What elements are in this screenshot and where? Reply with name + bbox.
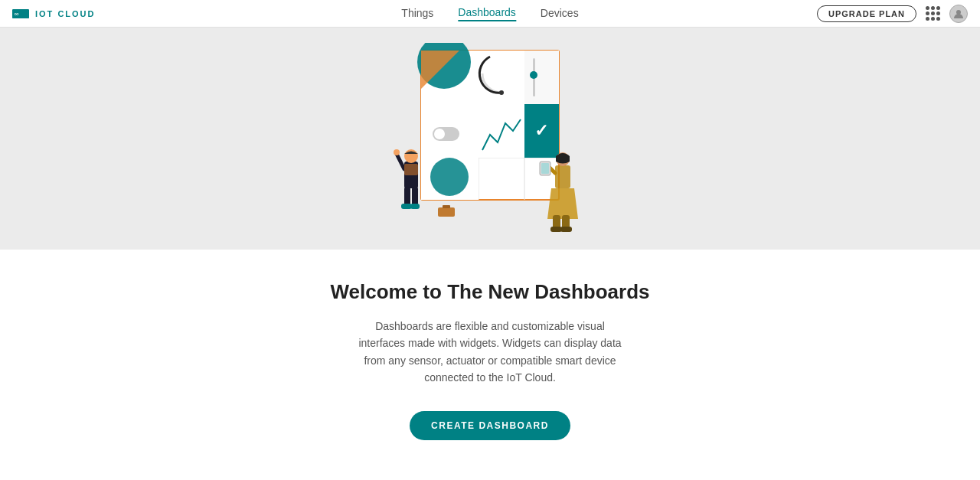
svg-point-23	[430, 158, 469, 196]
user-icon	[953, 8, 964, 19]
svg-rect-28	[404, 187, 410, 206]
svg-rect-43	[550, 227, 562, 232]
apps-grid-icon[interactable]	[926, 6, 940, 21]
svg-rect-31	[410, 204, 420, 209]
svg-rect-29	[412, 187, 418, 206]
svg-rect-13	[524, 51, 559, 104]
svg-rect-32	[404, 164, 418, 175]
main-nav: Things Dashboards Devices	[401, 6, 578, 21]
svg-marker-36	[547, 188, 578, 219]
svg-point-27	[394, 149, 400, 155]
svg-point-15	[530, 71, 537, 79]
header: ∞ IOT CLOUD Things Dashboards Devices UP…	[0, 0, 980, 28]
svg-rect-44	[560, 227, 572, 232]
welcome-title: Welcome to The New Dashboards	[330, 280, 649, 304]
nav-things[interactable]: Things	[401, 7, 433, 21]
create-dashboard-button[interactable]: CREATE DASHBOARD	[410, 411, 570, 440]
logo-area: ∞ IOT CLOUD	[12, 8, 96, 19]
nav-dashboards[interactable]: Dashboards	[458, 6, 516, 21]
svg-rect-40	[541, 163, 549, 174]
header-actions: UPGRADE PLAN	[817, 5, 968, 23]
logo-icon: ∞	[12, 8, 29, 19]
welcome-description: Dashboards are flexible and customizable…	[352, 318, 628, 387]
svg-rect-35	[555, 165, 570, 188]
svg-line-26	[397, 154, 404, 169]
svg-point-12	[499, 90, 504, 95]
logo-text: IOT CLOUD	[35, 9, 96, 18]
hero-band: ✓	[0, 28, 980, 250]
svg-rect-34	[443, 205, 450, 208]
nav-devices[interactable]: Devices	[541, 7, 579, 21]
svg-text:✓: ✓	[534, 121, 548, 140]
content-section: Welcome to The New Dashboards Dashboards…	[0, 250, 980, 480]
svg-rect-33	[438, 207, 455, 217]
svg-point-18	[434, 129, 445, 139]
upgrade-plan-button[interactable]: UPGRADE PLAN	[817, 5, 916, 22]
svg-text:∞: ∞	[14, 10, 18, 18]
dashboard-illustration: ✓	[390, 43, 590, 250]
svg-rect-30	[401, 204, 412, 209]
page-wrapper: ✓	[0, 28, 980, 480]
user-avatar[interactable]	[949, 5, 968, 23]
